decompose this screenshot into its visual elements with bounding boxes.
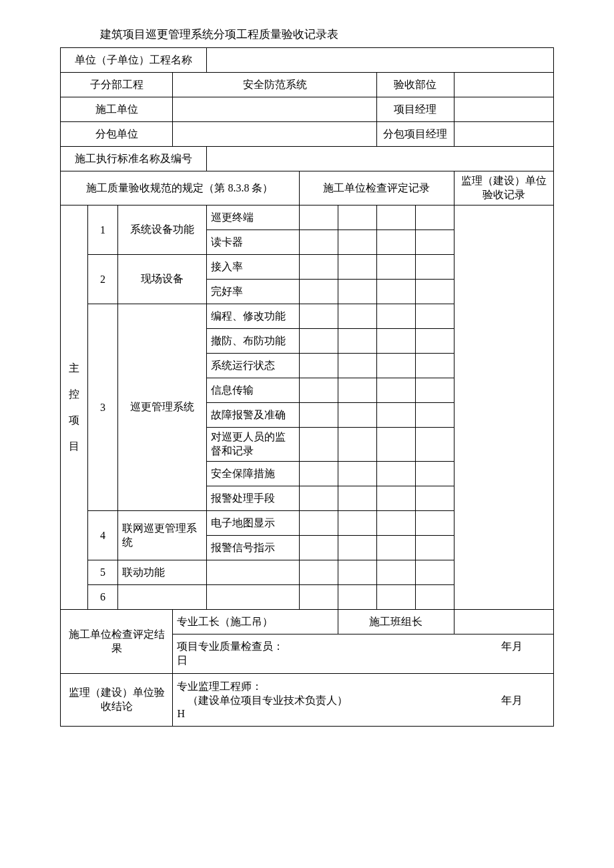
supervise-record-cell bbox=[454, 205, 553, 610]
check-cell bbox=[338, 403, 376, 428]
check-cell bbox=[376, 560, 415, 585]
subcontract-manager-label: 分包项目经理 bbox=[376, 122, 454, 147]
row-category: 巡更管理系统 bbox=[118, 304, 207, 511]
check-cell bbox=[338, 230, 376, 255]
subcontract-unit-value bbox=[173, 122, 377, 147]
check-cell bbox=[338, 486, 376, 511]
row-num: 6 bbox=[88, 585, 118, 610]
table-row: 施工单位检查评定结果 专业工长（施工吊） 施工班组长 bbox=[61, 610, 554, 634]
row-item: 巡更终端 bbox=[207, 205, 300, 230]
check-cell bbox=[299, 462, 338, 486]
row-item: 信息传输 bbox=[207, 378, 300, 403]
acceptance-part-label: 验收部位 bbox=[376, 73, 454, 97]
check-cell bbox=[338, 560, 376, 585]
row-category: 现场设备 bbox=[118, 255, 207, 304]
check-cell bbox=[415, 255, 454, 280]
check-cell bbox=[299, 585, 338, 610]
row-num: 1 bbox=[88, 205, 118, 255]
team-leader-value bbox=[454, 610, 553, 634]
row-item bbox=[207, 560, 300, 585]
check-cell bbox=[415, 230, 454, 255]
row-item: 完好率 bbox=[207, 280, 300, 304]
check-cell bbox=[338, 378, 376, 403]
table-row: 施工质量验收规范的规定（第 8.3.8 条） 施工单位检查评定记录 监理（建设）… bbox=[61, 171, 554, 205]
row-num: 4 bbox=[88, 511, 118, 560]
check-cell bbox=[376, 462, 415, 486]
table-row: 子分部工程 安全防范系统 验收部位 bbox=[61, 73, 554, 97]
table-row: 施工执行标准名称及编号 bbox=[61, 147, 554, 171]
check-cell bbox=[299, 536, 338, 560]
check-cell bbox=[415, 428, 454, 462]
check-cell bbox=[376, 205, 415, 230]
subcontract-manager-value bbox=[454, 122, 553, 147]
check-cell bbox=[376, 255, 415, 280]
team-leader-label: 施工班组长 bbox=[338, 610, 454, 634]
check-cell bbox=[338, 304, 376, 329]
check-cell bbox=[415, 560, 454, 585]
check-cell bbox=[376, 230, 415, 255]
standard-label: 施工执行标准名称及编号 bbox=[61, 147, 207, 171]
check-cell bbox=[376, 428, 415, 462]
check-cell bbox=[338, 329, 376, 354]
construction-unit-label: 施工单位 bbox=[61, 97, 173, 122]
standard-value bbox=[207, 147, 554, 171]
row-num: 5 bbox=[88, 560, 118, 585]
row-item: 报警信号指示 bbox=[207, 536, 300, 560]
check-cell bbox=[376, 536, 415, 560]
date-suffix: 日 bbox=[177, 655, 188, 666]
check-cell bbox=[376, 354, 415, 378]
check-cell bbox=[299, 486, 338, 511]
check-cell bbox=[338, 428, 376, 462]
row-item: 安全保障措施 bbox=[207, 462, 300, 486]
sub-project-label: 子分部工程 bbox=[61, 73, 173, 97]
row-item: 对巡更人员的监督和记录 bbox=[207, 428, 300, 462]
row-item: 电子地图显示 bbox=[207, 511, 300, 536]
row-item: 报警处理手段 bbox=[207, 486, 300, 511]
main-control-label-text: 主控项目 bbox=[69, 362, 79, 452]
row-num: 2 bbox=[88, 255, 118, 304]
check-cell bbox=[299, 255, 338, 280]
check-cell bbox=[415, 462, 454, 486]
check-cell bbox=[376, 403, 415, 428]
row-item: 故障报警及准确 bbox=[207, 403, 300, 428]
check-cell bbox=[376, 511, 415, 536]
date-label: 年月 bbox=[501, 694, 523, 708]
check-cell bbox=[376, 585, 415, 610]
row-item: 编程、修改功能 bbox=[207, 304, 300, 329]
check-cell bbox=[376, 378, 415, 403]
row-category: 系统设备功能 bbox=[118, 205, 207, 255]
table-row: 分包单位 分包项目经理 bbox=[61, 122, 554, 147]
check-cell bbox=[338, 511, 376, 536]
check-cell bbox=[415, 354, 454, 378]
supervise-engineer-sub: （建设单位项目专业技术负责人） bbox=[188, 695, 348, 706]
check-cell bbox=[299, 428, 338, 462]
check-cell bbox=[415, 511, 454, 536]
check-column-label: 施工单位检查评定记录 bbox=[299, 171, 454, 205]
project-manager-value bbox=[454, 97, 553, 122]
supervise-conclusion-cell: 专业监理工程师： （建设单位项目专业技术负责人） 年月 H bbox=[173, 674, 554, 727]
check-cell bbox=[299, 403, 338, 428]
spec-column-label: 施工质量验收规范的规定（第 8.3.8 条） bbox=[61, 171, 300, 205]
check-cell bbox=[415, 403, 454, 428]
unit-name-value bbox=[207, 48, 554, 73]
row-item: 撤防、布防功能 bbox=[207, 329, 300, 354]
check-cell bbox=[299, 230, 338, 255]
check-cell bbox=[415, 536, 454, 560]
check-cell bbox=[376, 304, 415, 329]
table-row: 施工单位 项目经理 bbox=[61, 97, 554, 122]
row-category: 联网巡更管理系统 bbox=[118, 511, 207, 560]
table-row: 单位（子单位）工程名称 bbox=[61, 48, 554, 73]
check-cell bbox=[338, 354, 376, 378]
check-cell bbox=[299, 378, 338, 403]
check-cell bbox=[299, 280, 338, 304]
check-cell bbox=[415, 378, 454, 403]
row-category bbox=[118, 585, 207, 610]
check-cell bbox=[415, 329, 454, 354]
unit-name-label: 单位（子单位）工程名称 bbox=[61, 48, 207, 73]
check-cell bbox=[415, 205, 454, 230]
row-category: 联动功能 bbox=[118, 560, 207, 585]
table-row: 主控项目 1 系统设备功能 巡更终端 bbox=[61, 205, 554, 230]
construction-unit-value bbox=[173, 97, 377, 122]
check-cell bbox=[338, 280, 376, 304]
check-cell bbox=[338, 536, 376, 560]
